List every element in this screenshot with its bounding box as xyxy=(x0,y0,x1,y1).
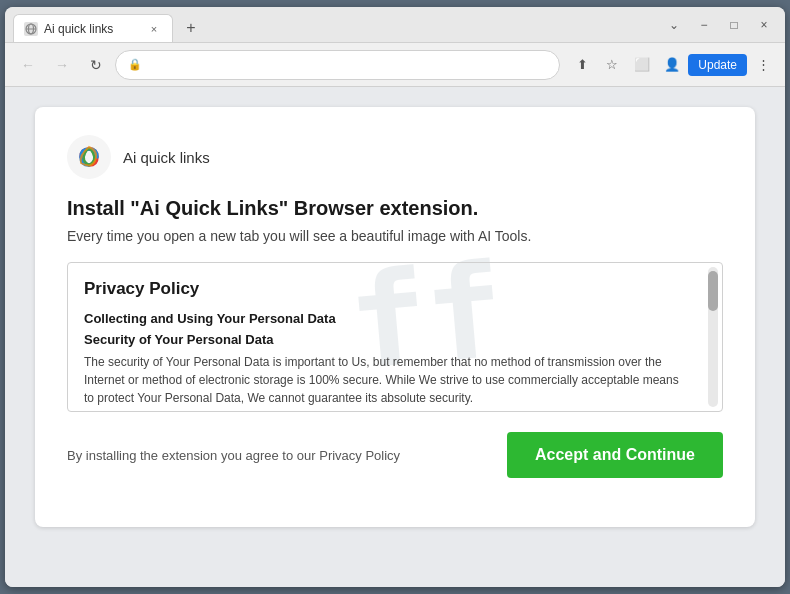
refresh-button[interactable]: ↻ xyxy=(81,50,111,80)
tab-favicon xyxy=(24,22,38,36)
active-tab[interactable]: Ai quick links × xyxy=(13,14,173,42)
extension-install-title: Install "Ai Quick Links" Browser extensi… xyxy=(67,197,723,220)
browser-window: Ai quick links × + ⌄ − □ × ← → ↻ 🔒 ⬆ ☆ ⬜… xyxy=(5,7,785,587)
bottom-actions: By installing the extension you agree to… xyxy=(67,432,723,478)
menu-icon[interactable]: ⋮ xyxy=(749,51,777,79)
lock-icon: 🔒 xyxy=(128,58,142,71)
close-window-button[interactable]: × xyxy=(751,12,777,38)
extension-description: Every time you open a new tab you will s… xyxy=(67,228,723,244)
accept-continue-button[interactable]: Accept and Continue xyxy=(507,432,723,478)
title-bar-controls: ⌄ − □ × xyxy=(661,12,777,38)
tab-close-btn[interactable]: × xyxy=(146,21,162,37)
card-main-content: Ai quick links Install "Ai Quick Links" … xyxy=(67,135,723,478)
minimize-button[interactable]: − xyxy=(691,12,717,38)
privacy-policy-box[interactable]: Privacy Policy Collecting and Using Your… xyxy=(67,262,723,412)
extension-header: Ai quick links xyxy=(67,135,723,179)
maximize-button[interactable]: □ xyxy=(721,12,747,38)
collapse-icon[interactable]: ⌄ xyxy=(661,12,687,38)
back-button[interactable]: ← xyxy=(13,50,43,80)
browser-toolbar: ← → ↻ 🔒 ⬆ ☆ ⬜ 👤 Update ⋮ xyxy=(5,43,785,87)
agree-text: By installing the extension you agree to… xyxy=(67,448,400,463)
svg-point-3 xyxy=(67,135,111,179)
privacy-body-text: The security of Your Personal Data is im… xyxy=(84,353,706,407)
extension-icon[interactable]: ⬜ xyxy=(628,51,656,79)
forward-button[interactable]: → xyxy=(47,50,77,80)
address-bar[interactable]: 🔒 xyxy=(115,50,560,80)
scrollbar-thumb[interactable] xyxy=(708,271,718,311)
tabs-area: Ai quick links × + xyxy=(13,7,661,42)
privacy-policy-title: Privacy Policy xyxy=(84,279,706,299)
bookmark-icon[interactable]: ☆ xyxy=(598,51,626,79)
tab-label: Ai quick links xyxy=(44,22,113,36)
update-button[interactable]: Update xyxy=(688,54,747,76)
extension-logo xyxy=(67,135,111,179)
extension-name: Ai quick links xyxy=(123,149,210,166)
toolbar-actions: ⬆ ☆ ⬜ 👤 Update ⋮ xyxy=(568,51,777,79)
share-icon[interactable]: ⬆ xyxy=(568,51,596,79)
install-card: ff Ai quick links Install "Ai Quick xyxy=(35,107,755,527)
title-bar: Ai quick links × + ⌄ − □ × xyxy=(5,7,785,43)
profile-icon[interactable]: 👤 xyxy=(658,51,686,79)
scrollbar-track[interactable] xyxy=(708,267,718,407)
page-content: ff Ai quick links Install "Ai Quick xyxy=(5,87,785,587)
new-tab-button[interactable]: + xyxy=(177,14,205,42)
privacy-section-title: Collecting and Using Your Personal Data xyxy=(84,311,706,326)
privacy-subsection-title: Security of Your Personal Data xyxy=(84,332,706,347)
